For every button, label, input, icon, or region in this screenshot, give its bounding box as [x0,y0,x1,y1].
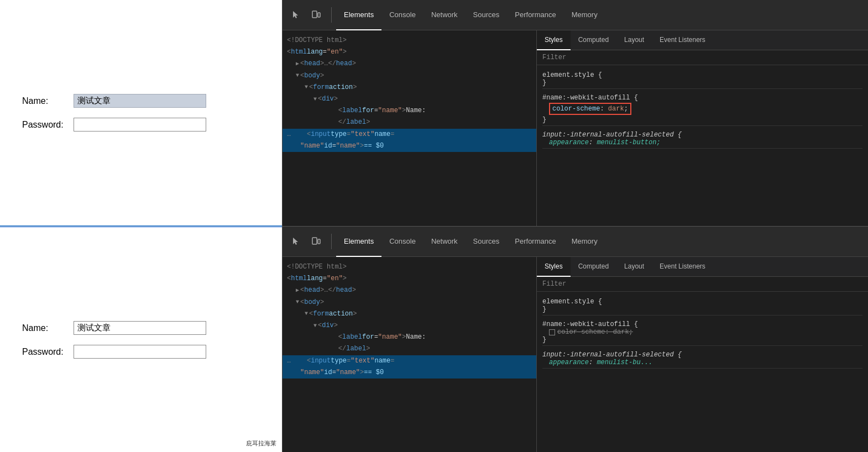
subtab-eventlisteners-top[interactable]: Event Listeners [652,30,713,50]
elem-input-bottom: "name" id="name"> == $0 [283,367,536,379]
css-prop-autofill-bottom: color-scheme: dark; [542,328,862,336]
elem-body-top: ▼ <body> [283,70,536,82]
elem-head-top: ▶ <head>…</head> [283,58,536,70]
css-selector-autofill-top: #name:-webkit-autofill { [542,94,862,102]
svg-rect-3 [318,239,320,244]
css-rule-autofill-top: #name:-webkit-autofill { color-scheme: d… [542,92,862,126]
subtab-computed-bottom[interactable]: Computed [571,257,616,277]
tab-separator-top [331,7,332,23]
styles-content-top: element.style { } #name:-webkit-autofill… [537,65,868,226]
top-form-section: Name: Password: [0,0,282,225]
css-rule-element-style-bottom: element.style { } [542,296,862,316]
password-row-bottom: Password: [22,345,260,359]
name-row-bottom: Name: [22,321,260,335]
tab-sources-bottom[interactable]: Sources [466,227,508,257]
password-label-bottom: Password: [22,347,69,357]
cursor-icon[interactable] [287,6,305,24]
css-prop-autofill-top: color-scheme: dark; [542,102,862,116]
filter-label-top: Filter [542,54,566,61]
css-rule-autofill-bottom: #name:-webkit-autofill { color-scheme: d… [542,319,862,346]
elem-div-top: ▼ <div> [283,93,536,105]
css-selector-element-bottom: element.style { [542,298,862,306]
subtab-eventlisteners-bottom[interactable]: Event Listeners [652,257,713,277]
device-icon[interactable] [307,6,325,24]
cursor-icon-bottom[interactable] [287,233,305,250]
subtab-styles-bottom[interactable]: Styles [537,257,571,277]
watermark: 庇耳拉海莱 [246,439,276,448]
password-label-top: Password: [22,120,69,130]
elem-body-bottom: ▼ <body> [283,297,536,308]
elem-label-top: <label for="name">Name: [283,105,536,117]
devtools-tabbar-top: Elements Console Network Sources Perform… [283,0,868,30]
devtools-tabbar-bottom: Elements Console Network Sources Perform… [283,227,868,257]
devtools-panel: Elements Console Network Sources Perform… [282,0,868,452]
elem-form-top: ▼ <form action> [283,82,536,93]
css-highlighted-prop-top: color-scheme: dark; [549,103,631,115]
css-selector-internal-top: input:-internal-autofill-selected { [542,131,862,139]
css-close-autofill-bottom: } [542,336,862,344]
devtools-main-bottom: <!DOCTYPE html> <html lang="en"> ▶ <head… [283,257,868,452]
password-row-top: Password: [22,118,260,132]
styles-subtabbar-bottom: Styles Computed Layout Event Listeners [537,257,868,277]
password-input-top[interactable] [74,118,206,132]
subtab-layout-top[interactable]: Layout [616,30,652,50]
elem-label-bottom: <label for="name">Name: [283,332,536,343]
tab-network-bottom[interactable]: Network [423,227,466,257]
tab-elements-top[interactable]: Elements [336,0,381,30]
styles-panel-top: Styles Computed Layout Event Listeners F… [537,30,868,226]
svg-rect-0 [312,11,317,18]
css-strikethrough-prop-bottom: color-scheme: dark; [557,328,633,336]
tab-separator-bottom [331,234,332,249]
filter-label-bottom: Filter [542,280,566,288]
css-selector-autofill-bottom: #name:-webkit-autofill { [542,320,862,328]
password-input-bottom[interactable] [74,345,206,359]
css-rule-internal-bottom: input:-internal-autofill-selected { appe… [542,349,862,369]
subtab-styles-top[interactable]: Styles [537,30,571,50]
tab-memory-bottom[interactable]: Memory [564,227,605,257]
css-selector-element-top: element.style { [542,71,862,79]
svg-rect-2 [312,238,317,244]
name-row-top: Name: [22,94,260,108]
elem-ellipsis-top: … <input type="text" name= [283,129,536,140]
elements-panel-top: <!DOCTYPE html> <html lang="en"> ▶ <head… [283,30,537,226]
styles-filter-bottom: Filter [537,277,868,292]
elem-html-top: <html lang="en"> [283,46,536,58]
bottom-form-section: Name: Password: [0,227,282,452]
devtools-main-top: <!DOCTYPE html> <html lang="en"> ▶ <head… [283,30,868,226]
device-icon-bottom[interactable] [307,233,325,250]
css-prop-internal-bottom: appearance: menulist-bu... [542,359,862,366]
devtools-top: Elements Console Network Sources Perform… [282,0,868,226]
tab-sources-top[interactable]: Sources [466,0,508,30]
name-label-bottom: Name: [22,323,69,333]
elem-doctype-bottom: <!DOCTYPE html> [283,261,536,273]
browser-content: Name: Password: Name: Password: 庇耳拉海莱 [0,0,282,452]
css-checkbox-bottom[interactable] [549,329,555,335]
css-close-element-bottom: } [542,306,862,313]
tab-performance-bottom[interactable]: Performance [507,227,563,257]
tab-memory-top[interactable]: Memory [564,0,605,30]
name-input-top[interactable] [74,94,206,108]
styles-subtabbar-top: Styles Computed Layout Event Listeners [537,30,868,50]
styles-panel-bottom: Styles Computed Layout Event Listeners F… [537,257,868,452]
name-input-bottom[interactable] [74,321,206,335]
elem-label-close-bottom: </label> [283,343,536,355]
css-close-autofill-top: } [542,116,862,124]
tab-network-top[interactable]: Network [423,0,466,30]
subtab-computed-top[interactable]: Computed [571,30,616,50]
elem-html-bottom: <html lang="en"> [283,273,536,285]
tab-performance-top[interactable]: Performance [507,0,563,30]
elem-input-top: "name" id="name"> == $0 [283,140,536,152]
styles-content-bottom: element.style { } #name:-webkit-autofill… [537,292,868,452]
styles-filter-top: Filter [537,50,868,65]
name-label-top: Name: [22,96,69,106]
tab-console-top[interactable]: Console [381,0,423,30]
elem-div-bottom: ▼ <div> [283,320,536,332]
subtab-layout-bottom[interactable]: Layout [616,257,652,277]
css-rule-element-style-top: element.style { } [542,70,862,89]
tab-elements-bottom[interactable]: Elements [336,227,381,257]
elem-doctype-top: <!DOCTYPE html> [283,35,536,46]
svg-rect-1 [318,13,320,17]
devtools-bottom: Elements Console Network Sources Perform… [282,226,868,452]
tab-console-bottom[interactable]: Console [381,227,423,257]
css-close-element-top: } [542,79,862,87]
